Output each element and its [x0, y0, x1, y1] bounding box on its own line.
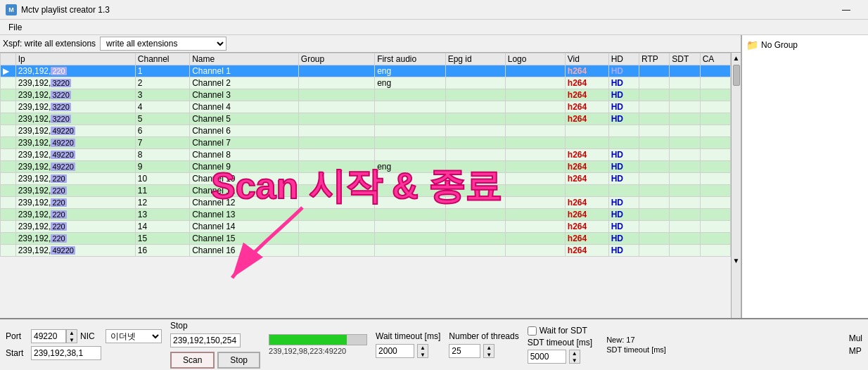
wait-sdt-checkbox[interactable]: [528, 326, 537, 336]
folder-icon: 📁: [746, 39, 758, 51]
table-scroll-container[interactable]: Ip Channel Name Group First audio Epg id…: [0, 53, 731, 313]
row-name: Channel 13: [190, 209, 299, 221]
row-hd: HD: [608, 65, 639, 77]
stop-input-row: [170, 333, 260, 347]
vertical-scrollbar[interactable]: ▲ ▼: [731, 53, 741, 318]
scroll-down-arrow[interactable]: ▼: [732, 255, 741, 266]
xspf-select[interactable]: write all extensions write minimal write…: [100, 37, 226, 51]
table-row[interactable]: 239,192,492209Channel 9engh264HD: [1, 161, 731, 173]
row-hd: [608, 125, 639, 137]
minimize-button[interactable]: —: [830, 0, 862, 20]
row-hd: HD: [608, 245, 639, 257]
right-label-mul: Mul: [849, 333, 862, 343]
timeout-down[interactable]: ▼: [418, 352, 428, 358]
table-row[interactable]: 239,192,22015Channel 15h264HD: [1, 233, 731, 245]
table-row[interactable]: 239,192,32202Channel 2engh264HD: [1, 77, 731, 89]
port-spinner-arrows: ▲ ▼: [66, 329, 77, 343]
row-logo: [505, 245, 565, 257]
row-vid: h264: [565, 89, 608, 101]
row-sdt: [670, 221, 700, 233]
row-group: [298, 161, 374, 173]
sdt-timeout-input[interactable]: [528, 350, 566, 364]
table-row[interactable]: 239,192,492207Channel 7: [1, 137, 731, 149]
row-ca: [700, 173, 730, 185]
table-row[interactable]: 239,192,22013Channel 13h264HD: [1, 209, 731, 221]
table-row[interactable]: 239,192,22010Channel 10h264HD: [1, 173, 731, 185]
row-ca: [700, 65, 730, 77]
col-channel: Channel: [135, 53, 189, 65]
row-rtp: [639, 173, 670, 185]
sdt-timeout-status-label: SDT timeout [ms]: [606, 345, 666, 354]
progress-group: 239,192,98,223:49220: [269, 334, 367, 355]
threads-down[interactable]: ▼: [484, 352, 494, 358]
file-menu[interactable]: File: [3, 21, 27, 34]
row-sdt: [670, 149, 700, 161]
port-input[interactable]: [31, 329, 66, 343]
port-up[interactable]: ▲: [67, 330, 77, 337]
row-first-audio: [375, 185, 446, 197]
table-row[interactable]: 239,192,492208Channel 8h264HD: [1, 149, 731, 161]
table-row[interactable]: 239,192,22011Channel 11: [1, 185, 731, 197]
row-epg-id: [445, 101, 505, 113]
row-channel: 16: [135, 245, 189, 257]
table-row[interactable]: 239,192,32205Channel 5h264HD: [1, 113, 731, 125]
titlebar: M Mctv playlist creator 1.3 —: [0, 0, 868, 20]
row-first-audio: [375, 89, 446, 101]
start-input[interactable]: [31, 346, 101, 360]
start-row: Start: [6, 346, 162, 360]
row-rtp: [639, 161, 670, 173]
table-row[interactable]: 239,192,492206Channel 6: [1, 125, 731, 137]
row-channel: 11: [135, 185, 189, 197]
row-name: Channel 16: [190, 245, 299, 257]
row-vid: h264: [565, 173, 608, 185]
scan-button[interactable]: Scan: [170, 352, 215, 369]
row-group: [298, 113, 374, 125]
port-down[interactable]: ▼: [67, 337, 77, 343]
sidebar-no-group[interactable]: 📁 No Group: [745, 38, 865, 52]
sdt-up[interactable]: ▲: [570, 350, 580, 357]
row-logo: [505, 89, 565, 101]
row-hd: HD: [608, 197, 639, 209]
row-arrow: [1, 101, 16, 113]
row-vid: h264: [565, 77, 608, 89]
row-hd: HD: [608, 209, 639, 221]
row-sdt: [670, 173, 700, 185]
row-group: [298, 89, 374, 101]
stop-input[interactable]: [170, 333, 241, 347]
row-arrow: [1, 161, 16, 173]
threads-up[interactable]: ▲: [484, 345, 494, 352]
row-logo: [505, 161, 565, 173]
progress-bar-fill: [269, 335, 347, 345]
table-row[interactable]: 239,192,32204Channel 4h264HD: [1, 101, 731, 113]
row-name: Channel 3: [190, 89, 299, 101]
row-name: Channel 6: [190, 125, 299, 137]
table-row[interactable]: ▶239,192,2201Channel 1engh264HD: [1, 65, 731, 77]
row-ip: 239,192,220: [15, 65, 135, 77]
sdt-timeout-row: SDT timeout [ms]: [528, 338, 592, 347]
main-content: Xspf: write all extensions write all ext…: [0, 35, 868, 318]
table-row[interactable]: 239,192,22012Channel 12h264HD: [1, 197, 731, 209]
nic-select[interactable]: 이더넷: [106, 329, 162, 343]
row-name: Channel 9: [190, 161, 299, 173]
col-hd: HD: [608, 53, 639, 65]
wait-timeout-input[interactable]: [376, 344, 414, 358]
table-row[interactable]: 239,192,4922016Channel 16h264HD: [1, 245, 731, 257]
wait-sdt-label: Wait for SDT: [540, 326, 587, 336]
table-row[interactable]: 239,192,22014Channel 14h264HD: [1, 221, 731, 233]
row-logo: [505, 221, 565, 233]
stop-button[interactable]: Stop: [217, 352, 260, 369]
row-name: Channel 12: [190, 197, 299, 209]
scroll-thumb[interactable]: [733, 65, 740, 86]
timeout-up[interactable]: ▲: [418, 345, 428, 352]
row-rtp: [639, 209, 670, 221]
row-epg-id: [445, 233, 505, 245]
scroll-up-arrow[interactable]: ▲: [732, 53, 741, 63]
sdt-down[interactable]: ▼: [570, 357, 580, 364]
row-hd: HD: [608, 113, 639, 125]
row-rtp: [639, 89, 670, 101]
table-row[interactable]: 239,192,32203Channel 3h264HD: [1, 89, 731, 101]
row-channel: 7: [135, 137, 189, 149]
row-hd: HD: [608, 221, 639, 233]
threads-input[interactable]: [449, 344, 480, 358]
row-arrow: [1, 233, 16, 245]
